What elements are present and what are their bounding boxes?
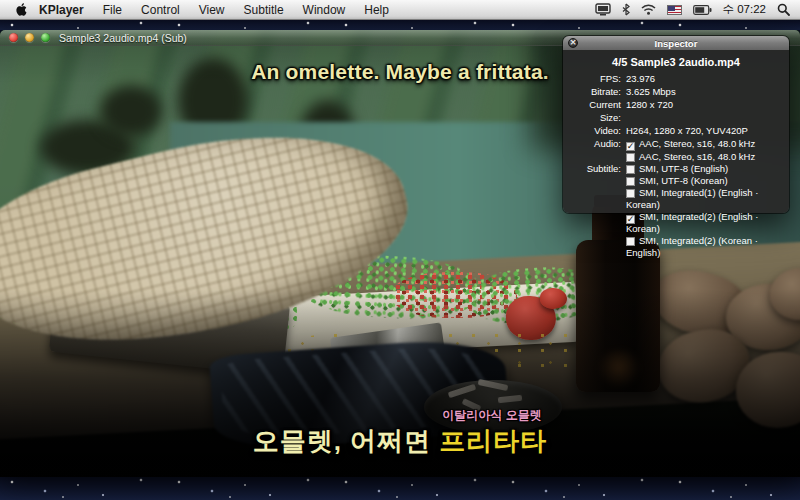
field-value: 23.976 [626, 72, 781, 85]
traffic-lights [9, 33, 50, 42]
spotlight-icon[interactable] [777, 3, 790, 16]
field-label: Audio: [571, 137, 621, 150]
close-button[interactable] [9, 33, 18, 42]
subtitle-track-5-label: SMI, Integrated(2) (Korean · English) [626, 235, 758, 258]
inspector-subtitle-track-row: SMI, Integrated(2) (Korean · English) [571, 235, 781, 259]
subtitle-track-4: ✓SMI, Integrated(2) (English · Korean) [626, 211, 781, 235]
subtitle-track-5-checkbox[interactable] [626, 237, 635, 246]
subtitle-korean-part1: 오믈렛, 어쩌면 [253, 426, 440, 456]
inspector-audio-track-row: AAC, Stereo, s16, 48.0 kHz [571, 150, 781, 163]
inspector-panel[interactable]: ✕ Inspector 4/5 Sample3 2audio.mp4 FPS: … [563, 36, 789, 213]
inspector-close-icon[interactable]: ✕ [568, 38, 578, 48]
field-label: FPS: [571, 72, 621, 85]
display-icon[interactable] [595, 3, 611, 16]
field-value: 1280 x 720 [626, 98, 781, 111]
menu-kplayer[interactable]: KPlayer [39, 3, 84, 17]
inspector-audio-track-row: Audio: ✓AAC, Stereo, s16, 48.0 kHz [571, 137, 781, 150]
menu-help[interactable]: Help [364, 3, 389, 17]
audio-track-2-label: AAC, Stereo, s16, 48.0 kHz [639, 151, 755, 162]
input-source-flag-icon[interactable] [667, 5, 682, 15]
field-label: Current Size: [571, 98, 621, 124]
subtitle-track-5: SMI, Integrated(2) (Korean · English) [626, 235, 781, 259]
subtitle-korean-main: 오믈렛, 어쩌면 프리타타 [0, 424, 800, 459]
inspector-field-fps: FPS: 23.976 [571, 72, 781, 85]
bluetooth-icon[interactable] [622, 3, 630, 16]
menu-subtitle[interactable]: Subtitle [244, 3, 284, 17]
zoom-button[interactable] [41, 33, 50, 42]
inspector-title: Inspector [655, 38, 698, 49]
audio-track-1-label: AAC, Stereo, s16, 48.0 kHz [639, 138, 755, 149]
audio-track-1: ✓AAC, Stereo, s16, 48.0 kHz [626, 137, 781, 150]
subtitle-track-1-checkbox[interactable] [626, 165, 635, 174]
apple-menu-icon[interactable] [14, 2, 29, 17]
audio-track-2-checkbox[interactable] [626, 153, 635, 162]
field-value: 3.625 Mbps [626, 85, 781, 98]
inspector-field-video: Video: H264, 1280 x 720, YUV420P [571, 124, 781, 137]
menu-view[interactable]: View [199, 3, 225, 17]
menu-window[interactable]: Window [303, 3, 346, 17]
inspector-titlebar[interactable]: ✕ Inspector [563, 36, 789, 50]
subtitle-track-3-checkbox[interactable] [626, 189, 635, 198]
subtitle-track-1: SMI, UTF-8 (English) [626, 163, 781, 175]
inspector-field-current-size: Current Size: 1280 x 720 [571, 98, 781, 124]
inspector-subtitle-track-row: SMI, UTF-8 (Korean) [571, 175, 781, 187]
field-label: Bitrate: [571, 85, 621, 98]
inspector-subtitle-track-row: ✓SMI, Integrated(2) (English · Korean) [571, 211, 781, 235]
desktop: KPlayer File Control View Subtitle Windo… [0, 0, 800, 500]
inspector-heading: 4/5 Sample3 2audio.mp4 [571, 56, 781, 68]
subtitle-track-2-label: SMI, UTF-8 (Korean) [639, 175, 728, 186]
inspector-subtitle-track-row: Subtitle: SMI, UTF-8 (English) [571, 163, 781, 175]
subtitle-track-2: SMI, UTF-8 (Korean) [626, 175, 781, 187]
subtitle-korean-block: 이탈리아식 오믈렛 오믈렛, 어쩌면 프리타타 [0, 407, 800, 459]
audio-track-2: AAC, Stereo, s16, 48.0 kHz [626, 150, 781, 163]
menu-clock[interactable]: 수 07:22 [723, 2, 766, 17]
subtitle-track-2-checkbox[interactable] [626, 177, 635, 186]
inspector-subtitle-track-row: SMI, Integrated(1) (English · Korean) [571, 187, 781, 211]
field-label: Video: [571, 124, 621, 137]
menu-items: KPlayer File Control View Subtitle Windo… [39, 3, 389, 17]
menu-bar: KPlayer File Control View Subtitle Windo… [0, 0, 800, 20]
field-label: Subtitle: [571, 163, 621, 175]
battery-icon[interactable] [693, 5, 712, 15]
subtitle-korean-annotation: 이탈리아식 오믈렛 [92, 407, 800, 424]
menu-file[interactable]: File [103, 3, 122, 17]
subtitle-track-4-label: SMI, Integrated(2) (English · Korean) [626, 211, 758, 234]
menu-control[interactable]: Control [141, 3, 180, 17]
menu-status-area: 수 07:22 [595, 2, 790, 17]
inspector-field-bitrate: Bitrate: 3.625 Mbps [571, 85, 781, 98]
subtitle-track-3-label: SMI, Integrated(1) (English · Korean) [626, 187, 758, 210]
audio-track-1-checkbox[interactable]: ✓ [626, 142, 635, 151]
minimize-button[interactable] [25, 33, 34, 42]
inspector-body: 4/5 Sample3 2audio.mp4 FPS: 23.976 Bitra… [563, 50, 789, 264]
field-value: H264, 1280 x 720, YUV420P [626, 124, 781, 137]
desktop-wallpaper-top [0, 20, 800, 30]
desktop-wallpaper-bottom [0, 477, 800, 500]
wifi-icon[interactable] [641, 4, 656, 15]
subtitle-track-4-checkbox[interactable]: ✓ [626, 215, 635, 224]
subtitle-track-1-label: SMI, UTF-8 (English) [639, 163, 728, 174]
subtitle-track-3: SMI, Integrated(1) (English · Korean) [626, 187, 781, 211]
window-title: Sample3 2audio.mp4 (Sub) [59, 32, 187, 44]
subtitle-korean-part2: 프리타타 [439, 426, 547, 456]
